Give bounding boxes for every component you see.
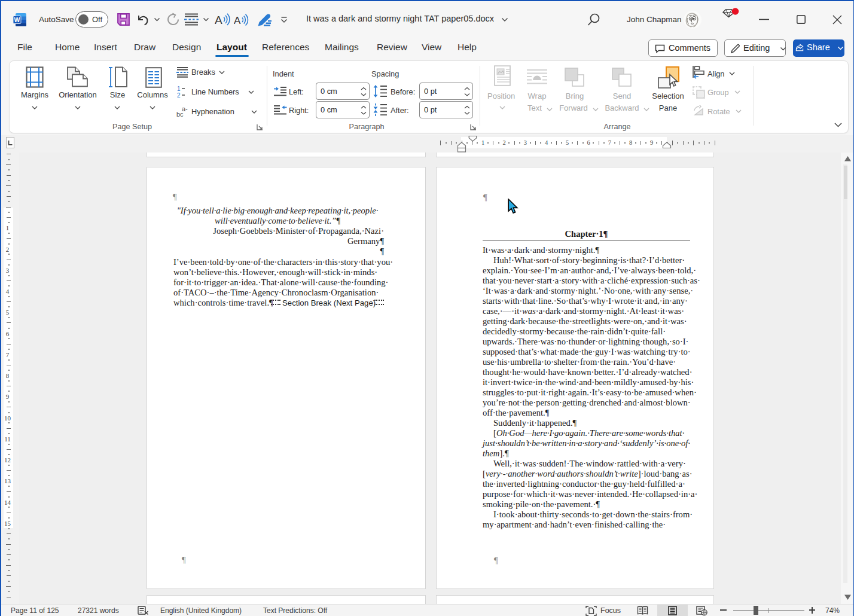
svg-text:A: A xyxy=(234,15,241,26)
svg-text:W: W xyxy=(14,16,20,23)
svg-text:A: A xyxy=(215,14,222,26)
svg-text:1: 1 xyxy=(177,86,181,92)
svg-text:bc: bc xyxy=(176,111,184,118)
svg-text:2: 2 xyxy=(177,92,181,98)
